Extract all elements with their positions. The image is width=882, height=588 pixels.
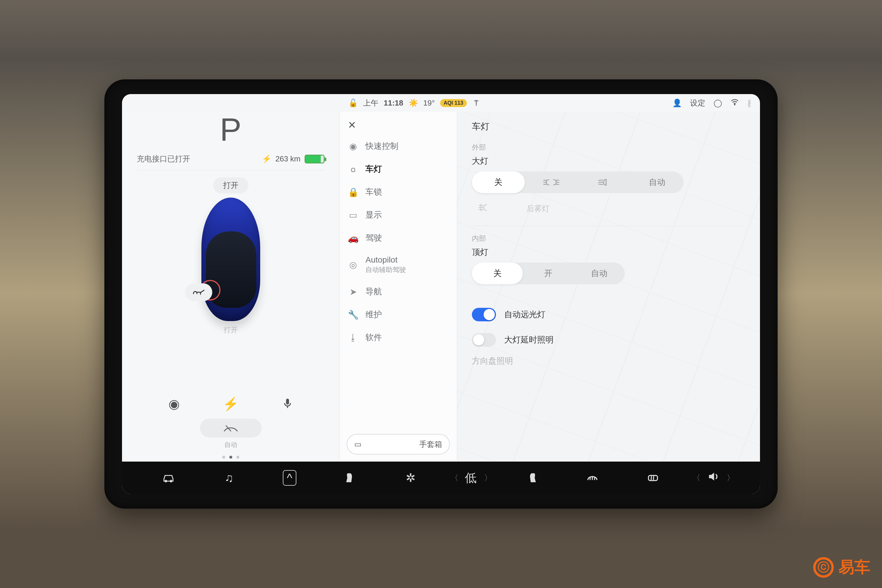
- service-icon: 🔧: [348, 310, 358, 320]
- wifi-icon[interactable]: [730, 98, 739, 108]
- menu-label: 车灯: [366, 164, 382, 175]
- weather-icon: ☀️: [409, 99, 418, 108]
- dome-auto-option[interactable]: 自动: [574, 262, 625, 284]
- gear-indicator: P: [137, 113, 325, 146]
- chevron-right-icon[interactable]: 〉: [727, 473, 734, 483]
- lights-detail-panel: 车灯 外部 大灯 关 自动: [457, 112, 760, 462]
- charge-port-message: 充电接口已打开: [137, 154, 190, 164]
- headlights-auto-option[interactable]: 自动: [631, 171, 684, 193]
- locks-icon: 🔒: [348, 187, 358, 197]
- headlights-delay-toggle[interactable]: [472, 333, 496, 346]
- chevron-left-icon[interactable]: 〈: [693, 473, 700, 483]
- aqi-badge: AQI 113: [440, 99, 467, 107]
- dock-music-button[interactable]: ♫: [200, 471, 258, 484]
- menu-label: 维护: [366, 309, 382, 320]
- charging-icon: ⚡: [262, 154, 272, 164]
- headlights-on-option[interactable]: [578, 171, 631, 193]
- status-bar: 🔓 上午 11:18 ☀️ 19° AQI 113 👤 设定 ◯ ∦: [122, 94, 760, 112]
- dock-defrost-rear-button[interactable]: [624, 471, 682, 484]
- svg-line-10: [598, 180, 603, 180]
- dock-apps-button[interactable]: ^: [261, 470, 318, 486]
- menu-software[interactable]: ⭳ 软件: [340, 326, 457, 349]
- svg-point-18: [170, 480, 172, 482]
- dome-off-option[interactable]: 关: [472, 262, 523, 284]
- svg-line-12: [598, 184, 603, 184]
- frunk-open-button[interactable]: 打开: [213, 177, 248, 194]
- close-icon[interactable]: ✕: [348, 119, 356, 131]
- tesla-logo-icon[interactable]: [472, 99, 480, 107]
- dock-seat-right-button[interactable]: [503, 471, 561, 484]
- dome-label: 顶灯: [472, 247, 742, 258]
- lock-icon[interactable]: 🔓: [348, 99, 358, 108]
- vehicle-status-panel: P 充电接口已打开 ⚡ 263 km 打开: [122, 112, 340, 462]
- menu-quick-controls[interactable]: ◉ 快速控制: [340, 135, 457, 158]
- camera-button[interactable]: ◉: [164, 396, 184, 413]
- menu-autopilot[interactable]: ◎ Autopilot 自动辅助驾驶: [340, 249, 457, 280]
- menu-locks[interactable]: 🔒 车锁: [340, 180, 457, 204]
- vehicle-render[interactable]: 打开: [190, 198, 272, 321]
- headlights-delay-label: 大灯延时照明: [504, 334, 554, 345]
- watermark-text: 易车: [838, 556, 870, 578]
- range-value: 263 km: [276, 154, 300, 164]
- circle-icon[interactable]: ◯: [714, 99, 722, 108]
- menu-driving[interactable]: 🚗 驾驶: [340, 226, 457, 249]
- auto-high-beam-toggle[interactable]: [472, 308, 496, 321]
- charge-port-label: 打开: [190, 325, 272, 334]
- panel-title: 车灯: [472, 120, 742, 133]
- charging-button[interactable]: ⚡: [220, 396, 241, 413]
- time-prefix: 上午: [363, 98, 378, 108]
- settings-label[interactable]: 设定: [690, 98, 705, 108]
- dome-on-option[interactable]: 开: [523, 262, 574, 284]
- bluetooth-icon[interactable]: ∦: [747, 99, 751, 108]
- autopilot-icon: ◎: [348, 260, 358, 270]
- exterior-section-label: 外部: [472, 142, 742, 152]
- temp-value: 低: [465, 470, 478, 486]
- charge-plug-button[interactable]: [185, 284, 212, 301]
- svg-point-17: [165, 480, 167, 482]
- voice-button[interactable]: [277, 396, 298, 413]
- headlights-segmented[interactable]: 关 自动: [472, 171, 684, 193]
- headlights-parking-option[interactable]: [525, 171, 578, 193]
- menu-label: 导航: [366, 286, 382, 297]
- menu-lights[interactable]: ☼ 车灯: [340, 158, 457, 180]
- menu-service[interactable]: 🔧 维护: [340, 303, 457, 326]
- rear-fog-button: 后雾灯: [526, 204, 549, 214]
- menu-display[interactable]: ▭ 显示: [340, 204, 457, 226]
- outside-temp: 19°: [423, 99, 435, 108]
- menu-label: 软件: [366, 332, 382, 343]
- profile-icon[interactable]: 👤: [672, 99, 682, 108]
- settings-menu: ✕ ◉ 快速控制 ☼ 车灯 🔒 车锁 ▭: [340, 112, 457, 462]
- chevron-left-icon[interactable]: 〈: [451, 473, 458, 483]
- headlights-off-option[interactable]: 关: [472, 171, 525, 193]
- dock-car-button[interactable]: [140, 471, 197, 484]
- menu-label: 驾驶: [366, 232, 382, 243]
- quick-controls-icon: ◉: [348, 141, 358, 152]
- dome-segmented[interactable]: 关 开 自动: [472, 262, 625, 284]
- lights-icon: ☼: [348, 164, 358, 174]
- headlights-label: 大灯: [472, 156, 742, 167]
- watermark: ⓒ 易车: [813, 556, 870, 578]
- menu-sublabel: 自动辅助驾驶: [366, 265, 406, 274]
- svg-point-0: [734, 104, 735, 105]
- software-icon: ⭳: [348, 333, 358, 342]
- battery-icon[interactable]: [304, 154, 325, 164]
- clock: 11:18: [384, 99, 404, 108]
- driving-icon: 🚗: [348, 233, 358, 243]
- menu-label: 显示: [366, 209, 382, 220]
- navigation-icon: ➤: [348, 286, 358, 297]
- menu-navigation[interactable]: ➤ 导航: [340, 280, 457, 303]
- dock-fan-button[interactable]: ✲: [382, 471, 440, 484]
- svg-rect-1: [286, 399, 289, 405]
- truncated-row-label: 方向盘照明: [472, 356, 513, 367]
- chevron-right-icon[interactable]: 〉: [484, 473, 492, 483]
- glovebox-button[interactable]: ▭ 手套箱: [346, 434, 450, 454]
- dock-defrost-front-button[interactable]: [564, 471, 621, 484]
- page-indicator[interactable]: [137, 456, 325, 459]
- volume-icon[interactable]: [707, 470, 720, 486]
- dock-seat-left-button[interactable]: [321, 471, 379, 484]
- wiper-button[interactable]: [200, 418, 262, 438]
- dock-temp-left[interactable]: 〈 低 〉: [442, 470, 500, 486]
- glovebox-label: 手套箱: [419, 439, 442, 450]
- dock-volume[interactable]: 〈 〉: [685, 470, 742, 486]
- bottom-dock: ♫ ^ ✲ 〈 低 〉 〈: [122, 462, 760, 494]
